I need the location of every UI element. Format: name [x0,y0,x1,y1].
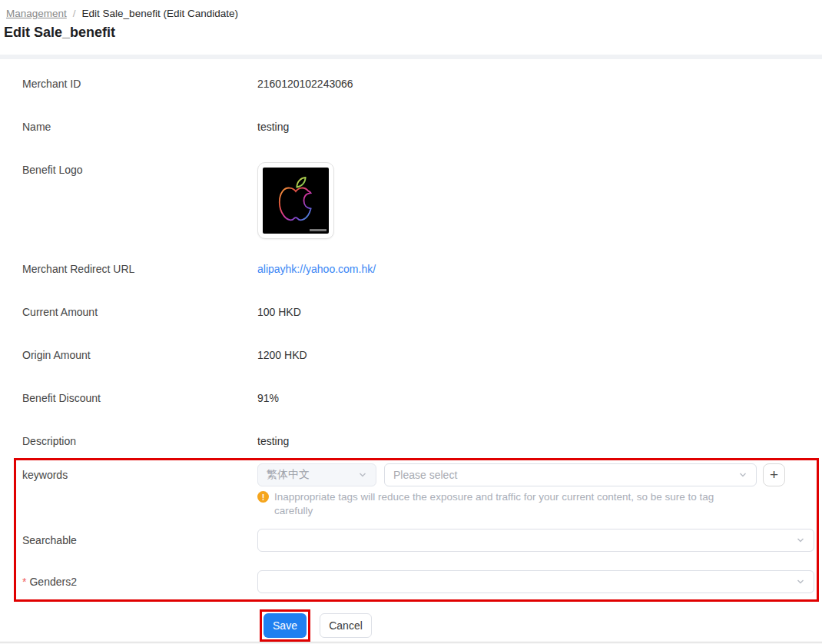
field-label: *Genders2 [22,570,257,593]
chevron-down-icon [358,470,367,480]
field-label: Merchant ID [22,76,257,91]
field-row-merchant-id: Merchant ID 2160120102243066 [6,76,822,91]
chevron-down-icon [738,470,747,480]
breadcrumb-management-link[interactable]: Management [6,8,67,19]
field-row-origin-amount: Origin Amount 1200 HKD [6,347,822,363]
field-value: 2160120102243066 [257,76,353,91]
field-row-redirect-url: Merchant Redirect URL alipayhk://yahoo.c… [6,261,822,277]
warning-text: Inappropriate tags will reduce the expos… [274,490,749,518]
required-asterisk: * [22,576,26,588]
breadcrumb: Management / Edit Sale_benefit (Edit Can… [0,0,822,19]
chevron-down-icon [796,577,805,586]
field-value: 1200 HKD [257,347,307,363]
redirect-url-link[interactable]: alipayhk://yahoo.com.hk/ [257,263,376,275]
breadcrumb-separator: / [73,8,76,19]
highlighted-section: keywords 繁体中文 Please select + ! Inapprop… [14,458,819,602]
language-select-value: 繁体中文 [267,468,310,482]
keywords-language-select[interactable]: 繁体中文 [257,463,376,486]
add-keyword-button[interactable]: + [763,463,785,486]
keywords-tag-select[interactable]: Please select [384,463,757,486]
field-label: Benefit Logo [22,162,257,239]
field-value: 91% [257,390,279,406]
field-row-current-amount: Current Amount 100 HKD [6,304,822,320]
cancel-button[interactable]: Cancel [320,613,372,638]
apple-logo-image [263,168,329,234]
field-label: Description [22,433,257,449]
save-button-highlight: Save [260,609,310,642]
warning-icon: ! [257,491,269,503]
field-label: Origin Amount [22,347,257,363]
field-row-description: Description testing [6,433,822,449]
field-label: Searchable [22,529,257,552]
save-button[interactable]: Save [264,613,307,638]
benefit-logo-card [257,162,334,239]
field-value: testing [257,119,289,134]
field-row-genders2: *Genders2 [16,570,817,593]
field-label: Name [22,119,257,134]
field-row-searchable: Searchable [16,529,817,552]
apple-logo-icon [269,171,323,231]
field-value: testing [257,433,289,449]
logo-watermark [310,229,326,231]
field-row-keywords: keywords 繁体中文 Please select + [16,463,817,486]
chevron-down-icon [796,536,805,545]
plus-icon: + [770,467,778,482]
field-label: keywords [22,463,257,486]
field-label: Merchant Redirect URL [22,261,257,277]
genders2-select[interactable] [257,570,814,593]
form-actions: Save Cancel [260,609,822,642]
field-row-benefit-discount: Benefit Discount 91% [6,390,822,406]
breadcrumb-current: Edit Sale_benefit (Edit Candidate) [82,8,238,19]
field-row-name: Name testing [6,119,822,134]
field-label: Current Amount [22,304,257,320]
form: Merchant ID 2160120102243066 Name testin… [6,59,822,642]
field-row-benefit-logo: Benefit Logo [6,162,822,239]
field-label: Benefit Discount [22,390,257,406]
tag-select-placeholder: Please select [393,469,457,481]
page-title: Edit Sale_benefit [0,19,822,41]
field-value: 100 HKD [257,304,301,320]
keywords-warning: ! Inappropriate tags will reduce the exp… [257,490,817,518]
searchable-select[interactable] [257,529,814,552]
